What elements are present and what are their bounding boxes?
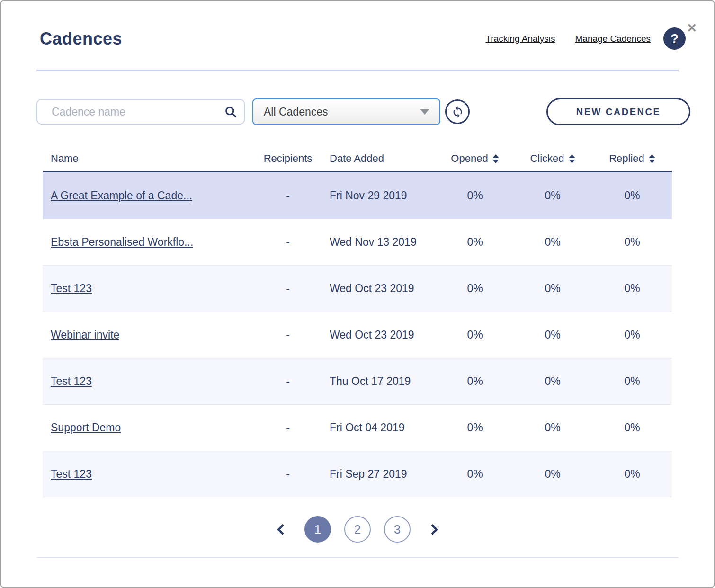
replied-cell: 0% [592, 282, 672, 295]
recipients-cell: - [257, 236, 319, 249]
page-title: Cadences [40, 29, 122, 49]
date-added-cell: Fri Oct 04 2019 [319, 421, 437, 434]
column-header-opened[interactable]: Opened [437, 152, 513, 165]
cadence-filter-select[interactable]: All Cadences [252, 98, 440, 125]
table-row: A Great Example of a Cade... - Fri Nov 2… [43, 172, 672, 219]
table-row: Test 123 - Wed Oct 23 2019 0% 0% 0% [43, 265, 672, 312]
search-field-wrap [36, 99, 245, 125]
date-added-cell: Fri Sep 27 2019 [319, 468, 437, 481]
new-cadence-button[interactable]: NEW CADENCE [546, 98, 690, 125]
replied-cell: 0% [592, 236, 672, 249]
sort-icon [569, 154, 575, 163]
clicked-cell: 0% [513, 375, 592, 388]
recipients-cell: - [257, 375, 319, 388]
cadences-modal: Cadences Tracking Analysis Manage Cadenc… [0, 0, 715, 588]
next-page-icon[interactable] [427, 524, 438, 535]
cadences-table: Name Recipients Date Added Opened Clicke… [43, 146, 672, 497]
tracking-analysis-link[interactable]: Tracking Analysis [485, 34, 555, 44]
search-input[interactable] [36, 99, 245, 125]
cadence-name-link[interactable]: Test 123 [51, 468, 92, 481]
table-row: Ebsta Personalised Workflo... - Wed Nov … [43, 219, 672, 265]
column-header-replied[interactable]: Replied [592, 152, 672, 165]
table-row: Support Demo - Fri Oct 04 2019 0% 0% 0% [43, 404, 672, 451]
opened-cell: 0% [437, 375, 513, 388]
table-row: Test 123 - Fri Sep 27 2019 0% 0% 0% [43, 451, 672, 497]
column-header-date-added: Date Added [319, 152, 437, 165]
date-added-cell: Wed Nov 13 2019 [319, 236, 437, 249]
clicked-cell: 0% [513, 468, 592, 481]
previous-page-icon[interactable] [277, 524, 288, 535]
header-divider [36, 70, 679, 71]
clicked-cell: 0% [513, 236, 592, 249]
manage-cadences-link[interactable]: Manage Cadences [575, 34, 651, 44]
refresh-button[interactable] [445, 99, 470, 124]
close-icon[interactable]: ✕ [687, 22, 697, 34]
toolbar: All Cadences NEW CADENCE [36, 98, 690, 125]
recipients-cell: - [257, 329, 319, 341]
date-added-cell: Fri Nov 29 2019 [319, 189, 437, 202]
sort-icon [649, 154, 655, 163]
opened-cell: 0% [437, 282, 513, 295]
recipients-cell: - [257, 421, 319, 434]
cadence-name-link[interactable]: Webinar invite [51, 329, 119, 341]
cadence-name-link[interactable]: Ebsta Personalised Workflo... [51, 236, 193, 249]
recipients-cell: - [257, 282, 319, 295]
cadence-name-link[interactable]: Test 123 [51, 375, 92, 388]
table-row: Webinar invite - Wed Oct 23 2019 0% 0% 0… [43, 312, 672, 358]
clicked-cell: 0% [513, 421, 592, 434]
column-header-clicked[interactable]: Clicked [513, 152, 592, 165]
clicked-cell: 0% [513, 282, 592, 295]
cadence-name-link[interactable]: A Great Example of a Cade... [51, 189, 192, 202]
date-added-cell: Thu Oct 17 2019 [319, 375, 437, 388]
table-row: Test 123 - Thu Oct 17 2019 0% 0% 0% [43, 358, 672, 404]
date-added-cell: Wed Oct 23 2019 [319, 329, 437, 341]
column-header-recipients: Recipients [257, 152, 319, 165]
clicked-cell: 0% [513, 329, 592, 341]
page-button-1[interactable]: 1 [304, 516, 331, 543]
cadence-filter-value: All Cadences [264, 106, 420, 118]
clicked-cell: 0% [513, 189, 592, 202]
replied-cell: 0% [592, 421, 672, 434]
page-button-3[interactable]: 3 [384, 516, 411, 543]
cadence-name-link[interactable]: Test 123 [51, 282, 92, 295]
cadence-name-link[interactable]: Support Demo [51, 421, 121, 434]
chevron-down-icon [420, 109, 429, 115]
recipients-cell: - [257, 468, 319, 481]
recipients-cell: - [257, 189, 319, 202]
table-header: Name Recipients Date Added Opened Clicke… [43, 146, 672, 172]
date-added-cell: Wed Oct 23 2019 [319, 282, 437, 295]
opened-cell: 0% [437, 236, 513, 249]
column-header-name: Name [43, 152, 257, 165]
help-icon[interactable]: ? [663, 27, 686, 50]
opened-cell: 0% [437, 421, 513, 434]
opened-cell: 0% [437, 189, 513, 202]
pagination: 1 2 3 [1, 516, 714, 543]
replied-cell: 0% [592, 189, 672, 202]
search-icon [224, 105, 237, 118]
sort-icon [492, 154, 499, 163]
page-button-2[interactable]: 2 [344, 516, 371, 543]
opened-cell: 0% [437, 468, 513, 481]
header: Cadences Tracking Analysis Manage Cadenc… [1, 1, 714, 50]
bottom-divider [36, 557, 679, 558]
replied-cell: 0% [592, 375, 672, 388]
opened-cell: 0% [437, 329, 513, 341]
refresh-icon [451, 106, 464, 118]
replied-cell: 0% [592, 329, 672, 341]
replied-cell: 0% [592, 468, 672, 481]
